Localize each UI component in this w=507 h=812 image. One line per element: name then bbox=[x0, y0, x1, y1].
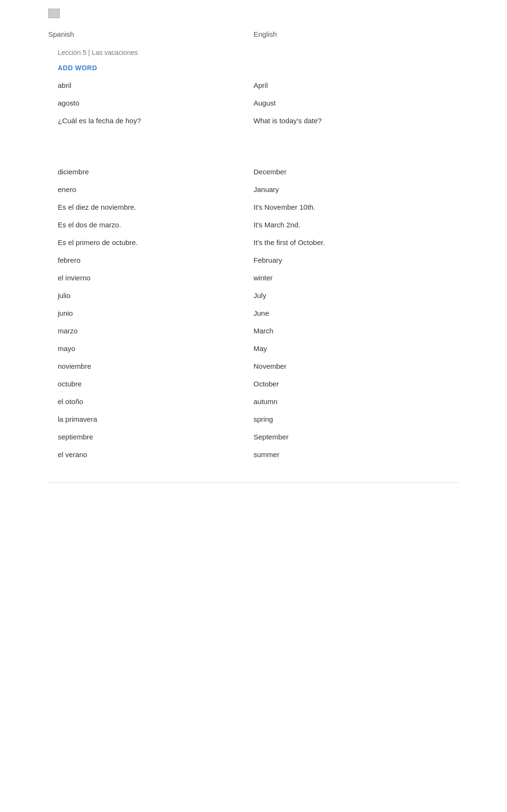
word-spanish: Es el diez de noviembre. bbox=[48, 203, 254, 211]
word-spanish: septiembre bbox=[48, 433, 254, 441]
word-spanish: noviembre bbox=[48, 362, 254, 370]
word-english: May bbox=[254, 344, 459, 353]
word-spanish: mayo bbox=[48, 344, 254, 353]
bottom-word-row: noviembreNovember bbox=[48, 357, 459, 375]
bottom-word-row: julioJuly bbox=[48, 287, 459, 304]
top-word-row: agostoAugust bbox=[48, 94, 459, 112]
word-english: September bbox=[254, 433, 459, 441]
word-spanish: agosto bbox=[48, 99, 254, 107]
word-spanish: ¿Cuál es la fecha de hoy? bbox=[48, 117, 254, 125]
word-english: It's March 2nd. bbox=[254, 221, 459, 229]
bottom-word-row: el otoñoautumn bbox=[48, 393, 459, 410]
bottom-word-row: Es el diez de noviembre.It's November 10… bbox=[48, 198, 459, 216]
spanish-column-header: Spanish bbox=[48, 30, 254, 38]
bottom-word-row: septiembreSeptember bbox=[48, 428, 459, 446]
word-english: November bbox=[254, 362, 459, 370]
bottom-word-row: la primaveraspring bbox=[48, 410, 459, 428]
word-english: January bbox=[254, 185, 459, 193]
page-footer bbox=[48, 482, 459, 488]
page-container: Spanish English Lección 5 | Las vacacion… bbox=[39, 0, 468, 492]
word-english: June bbox=[254, 309, 459, 317]
bottom-word-row: el veranosummer bbox=[48, 446, 459, 463]
section-divider bbox=[48, 129, 459, 158]
bottom-word-row: Es el dos de marzo.It's March 2nd. bbox=[48, 216, 459, 234]
word-english: July bbox=[254, 291, 459, 299]
word-english: spring bbox=[254, 415, 459, 423]
word-spanish: julio bbox=[48, 291, 254, 299]
word-english: August bbox=[254, 99, 459, 107]
word-spanish: marzo bbox=[48, 327, 254, 335]
top-word-row: abrilApril bbox=[48, 76, 459, 94]
word-spanish: el otoño bbox=[48, 397, 254, 406]
bottom-word-row: eneroJanuary bbox=[48, 181, 459, 198]
word-english: December bbox=[254, 168, 459, 176]
bottom-word-row: diciembreDecember bbox=[48, 163, 459, 181]
top-word-row: ¿Cuál es la fecha de hoy?What is today's… bbox=[48, 112, 459, 129]
word-english: winter bbox=[254, 274, 459, 282]
word-spanish: octubre bbox=[48, 380, 254, 388]
bottom-word-row: el inviernowinter bbox=[48, 269, 459, 287]
word-spanish: febrero bbox=[48, 256, 254, 264]
word-spanish: la primavera bbox=[48, 415, 254, 423]
column-headers: Spanish English bbox=[48, 22, 459, 42]
top-word-list: abrilAprilagostoAugust¿Cuál es la fecha … bbox=[48, 76, 459, 129]
bottom-word-row: mayoMay bbox=[48, 340, 459, 357]
word-spanish: junio bbox=[48, 309, 254, 317]
word-english: March bbox=[254, 327, 459, 335]
word-spanish: el verano bbox=[48, 450, 254, 459]
word-english: What is today's date? bbox=[254, 117, 459, 125]
bottom-word-row: junioJune bbox=[48, 304, 459, 322]
lesson-title: Lección 5 | Las vacaciones bbox=[48, 42, 459, 61]
bottom-word-row: Es el primero de octubre.It's the first … bbox=[48, 234, 459, 251]
logo-area bbox=[48, 5, 459, 22]
word-spanish: Es el primero de octubre. bbox=[48, 238, 254, 246]
word-spanish: abril bbox=[48, 81, 254, 89]
word-english: It's the first of October. bbox=[254, 238, 459, 246]
word-spanish: Es el dos de marzo. bbox=[48, 221, 254, 229]
bottom-word-row: marzoMarch bbox=[48, 322, 459, 340]
bottom-word-list: diciembreDecembereneroJanuaryEs el diez … bbox=[48, 163, 459, 463]
bottom-word-row: octubreOctober bbox=[48, 375, 459, 393]
word-english: April bbox=[254, 81, 459, 89]
logo-image bbox=[48, 9, 60, 18]
word-english: October bbox=[254, 380, 459, 388]
word-english: autumn bbox=[254, 397, 459, 406]
word-english: summer bbox=[254, 450, 459, 459]
english-column-header: English bbox=[254, 30, 459, 38]
word-spanish: el invierno bbox=[48, 274, 254, 282]
word-spanish: enero bbox=[48, 185, 254, 193]
word-english: February bbox=[254, 256, 459, 264]
bottom-word-row: febreroFebruary bbox=[48, 251, 459, 269]
word-english: It's November 10th. bbox=[254, 203, 459, 211]
add-word-button[interactable]: ADD WORD bbox=[48, 61, 97, 75]
word-spanish: diciembre bbox=[48, 168, 254, 176]
